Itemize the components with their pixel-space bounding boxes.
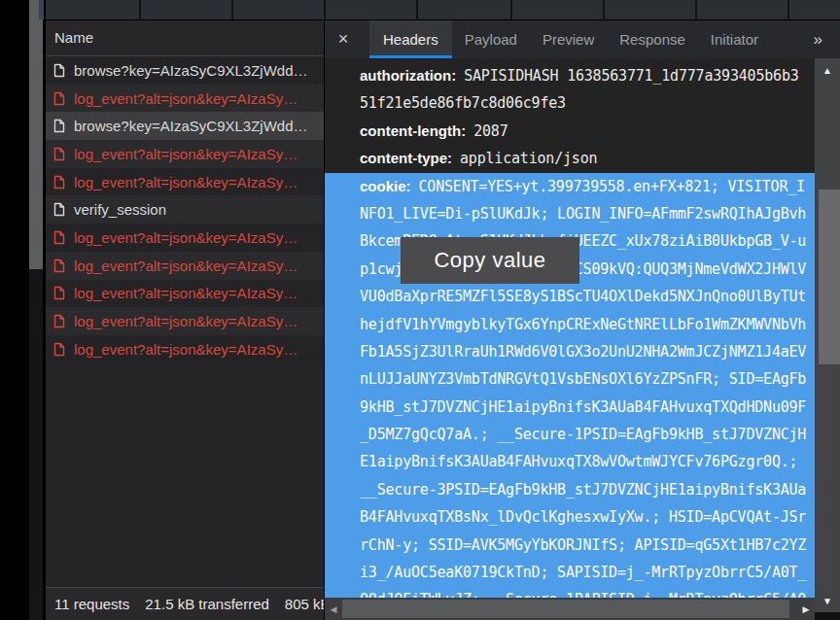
network-request-row[interactable]: log_event?alt=json&key=AIzaSy… bbox=[46, 168, 324, 196]
tab-label: Response bbox=[619, 31, 685, 48]
tab-preview[interactable]: Preview bbox=[530, 20, 607, 58]
cookie-line: cookie:CONSENT=YES+yt.399739558.en+FX+82… bbox=[325, 173, 817, 200]
request-name: log_event?alt=json&key=AIzaSy… bbox=[74, 313, 298, 329]
transferred-size: 21.5 kB transferred bbox=[145, 596, 269, 612]
copy-value-menu-item[interactable]: Copy value bbox=[401, 237, 579, 284]
network-request-row[interactable]: log_event?alt=json&key=AIzaSy… bbox=[46, 280, 324, 308]
document-icon bbox=[53, 286, 65, 300]
network-request-row[interactable]: log_event?alt=json&key=AIzaSy… bbox=[46, 140, 324, 168]
request-name: browse?key=AIzaSyC9XL3ZjWdd… bbox=[74, 62, 308, 79]
request-details-panel: × Headers Payload Preview Response Initi… bbox=[325, 20, 840, 620]
document-icon bbox=[53, 202, 65, 217]
cookie-line: i3_/AuOC5eaK0719CkTnD; SAPISID=j_-MrRTpy… bbox=[325, 559, 817, 586]
network-request-row-selected[interactable]: browse?key=AIzaSyC9XL3ZjWdd… bbox=[46, 112, 324, 140]
request-name: log_event?alt=json&key=AIzaSy… bbox=[74, 341, 298, 358]
cookie-line: 9kHB_stJ7DVZNCjHE1aipyBnifsK3AUaB4FAHvux… bbox=[325, 394, 817, 421]
request-name: verify_session bbox=[74, 201, 166, 218]
header-line: content-length:2087 bbox=[325, 118, 817, 145]
background-scrollbar-thumb[interactable] bbox=[29, 0, 43, 269]
table-header-cell bbox=[789, 0, 840, 19]
table-header-cell bbox=[418, 0, 510, 19]
cookie-line: E1aipyBnifsK3AUaB4FAHvuxqTX8wVOwtmWJYCFv… bbox=[325, 448, 817, 475]
header-line: content-type:application/json bbox=[325, 145, 817, 172]
document-icon bbox=[53, 63, 65, 78]
table-header-strip bbox=[46, 0, 840, 19]
tab-label: Initiator bbox=[711, 31, 758, 48]
scroll-left-arrow-icon[interactable]: ◀ bbox=[327, 598, 340, 620]
scroll-down-arrow-icon[interactable]: ▼ bbox=[815, 593, 840, 608]
network-request-row[interactable]: log_event?alt=json&key=AIzaSy… bbox=[46, 85, 324, 113]
horizontal-scrollbar-thumb[interactable] bbox=[342, 600, 789, 618]
tab-label: Headers bbox=[383, 31, 438, 48]
headers-content: authorization:SAPISIDHASH 1638563771_1d7… bbox=[325, 58, 817, 598]
cookie-line: nLUJJaUNYZ3VmbTdNRGVtQ1VsbENsOXl6YzZPSnF… bbox=[325, 365, 817, 393]
document-icon bbox=[53, 175, 65, 189]
document-icon bbox=[53, 91, 65, 106]
network-request-row[interactable]: verify_session bbox=[46, 195, 324, 224]
request-name: log_event?alt=json&key=AIzaSy… bbox=[74, 146, 298, 162]
tab-headers[interactable]: Headers bbox=[369, 20, 452, 58]
scroll-right-arrow-icon[interactable]: ▶ bbox=[799, 598, 813, 620]
table-header-cell bbox=[233, 0, 324, 19]
tab-label: Payload bbox=[465, 31, 517, 48]
cookie-line: NFO1_LIVE=Di-pSlUKdJk; LOGIN_INFO=AFmmF2… bbox=[325, 200, 817, 227]
request-name: log_event?alt=json&key=AIzaSy… bbox=[74, 174, 298, 190]
horizontal-scrollbar[interactable]: ◀ ▶ bbox=[325, 598, 815, 620]
table-header-cell bbox=[326, 0, 416, 19]
request-name: log_event?alt=json&key=AIzaSy… bbox=[74, 285, 298, 301]
table-header-cell bbox=[46, 0, 139, 19]
header-value: SAPISIDHASH 1638563771_1d777a393405b6b3 bbox=[464, 67, 798, 85]
document-icon bbox=[53, 230, 65, 245]
network-summary-bar: 11 requests 21.5 kB transferred 805 kB bbox=[46, 587, 324, 620]
document-icon bbox=[53, 342, 65, 357]
cookie-line: Fb1A5SjZ3UlRraUh1RWd6V0lGX3o2UnU2NHA2WmJ… bbox=[325, 338, 817, 365]
cookie-line: hejdfV1hYVmgyblkyTGx6YnpCRExNeGtNRElLbFo… bbox=[325, 311, 817, 338]
request-count: 11 requests bbox=[54, 596, 129, 612]
request-name: browse?key=AIzaSyC9XL3ZjWdd… bbox=[74, 118, 308, 134]
more-tabs-icon[interactable]: » bbox=[808, 20, 840, 58]
table-header-cell bbox=[512, 0, 603, 19]
tab-initiator[interactable]: Initiator bbox=[698, 20, 771, 58]
scroll-up-arrow-icon[interactable]: ▲ bbox=[815, 62, 840, 78]
cookie-line: __Secure-3PSID=EAgFb9kHB_stJ7DVZNCjHE1ai… bbox=[325, 476, 817, 503]
header-value: 51f21e5de86fb7c8d06c9fe3 bbox=[360, 94, 566, 112]
network-request-row[interactable]: log_event?alt=json&key=AIzaSy… bbox=[46, 335, 324, 363]
header-value: application/json bbox=[460, 150, 597, 167]
request-name: log_event?alt=json&key=AIzaSy… bbox=[74, 90, 298, 107]
cookie-line: _D5MZ7gQcQ7aA.; __Secure-1PSID=EAgFb9kHB… bbox=[325, 421, 817, 448]
header-line: 51f21e5de86fb7c8d06c9fe3 bbox=[325, 89, 817, 117]
vertical-scrollbar-thumb[interactable] bbox=[819, 189, 840, 364]
tab-spacer bbox=[771, 20, 808, 58]
header-name: content-type: bbox=[360, 150, 452, 166]
request-name: log_event?alt=json&key=AIzaSy… bbox=[74, 258, 298, 274]
tab-label: Preview bbox=[542, 31, 594, 48]
background-window-edge bbox=[39, 0, 44, 19]
header-line: authorization:SAPISIDHASH 1638563771_1d7… bbox=[325, 62, 817, 89]
tab-payload[interactable]: Payload bbox=[452, 20, 530, 58]
name-column-header[interactable]: Name bbox=[46, 20, 324, 56]
cookie-line: rChN-y; SSID=AVK5MGyYbKORJNIfS; APISID=q… bbox=[325, 532, 817, 559]
cookie-line: B4FAHvuxqTXBsNx_lDvQclKghesxwIyXw.; HSID… bbox=[325, 503, 817, 531]
devtools-window: Name browse?key=AIzaSyC9XL3ZjWdd… log_ev… bbox=[0, 0, 840, 620]
table-header-cell bbox=[605, 0, 695, 19]
document-icon bbox=[53, 314, 65, 328]
document-icon bbox=[53, 147, 65, 161]
vertical-scrollbar[interactable]: ▲ ▼ bbox=[815, 58, 840, 612]
cookie-line: VU0dBaXprRE5MZFl5SE8yS1BScTU4OXlDekd5NXJ… bbox=[325, 283, 817, 310]
network-panel: Name browse?key=AIzaSyC9XL3ZjWdd… log_ev… bbox=[46, 20, 324, 620]
close-icon[interactable]: × bbox=[325, 20, 362, 58]
network-request-row[interactable]: browse?key=AIzaSyC9XL3ZjWdd… bbox=[46, 56, 324, 85]
tab-response[interactable]: Response bbox=[607, 20, 698, 58]
network-request-row[interactable]: log_event?alt=json&key=AIzaSy… bbox=[46, 252, 324, 280]
network-request-row[interactable]: log_event?alt=json&key=AIzaSy… bbox=[46, 307, 324, 335]
document-icon bbox=[53, 258, 65, 273]
network-request-list: browse?key=AIzaSyC9XL3ZjWdd… log_event?a… bbox=[46, 56, 324, 363]
header-value: 2087 bbox=[473, 122, 508, 140]
resources-size: 805 kB bbox=[285, 596, 324, 612]
request-name: log_event?alt=json&key=AIzaSy… bbox=[74, 229, 298, 246]
table-header-cell bbox=[697, 0, 788, 19]
table-header-cell bbox=[141, 0, 231, 19]
network-request-row[interactable]: log_event?alt=json&key=AIzaSy… bbox=[46, 224, 324, 252]
header-name: cookie: bbox=[360, 178, 411, 194]
cookie-line: QOdJQEiTWLvJZ; __Secure-1PAPISID=j_-MrRT… bbox=[325, 586, 817, 598]
